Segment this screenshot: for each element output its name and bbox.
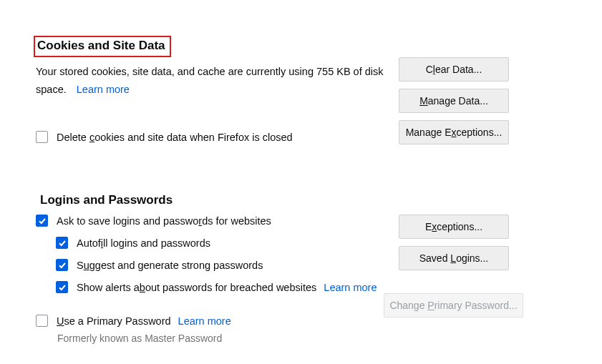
cookies-learn-more-link[interactable]: Learn more: [77, 84, 130, 95]
suggest-label: Suggest and generate strong passwords: [77, 260, 263, 271]
manage-data-button[interactable]: Manage Data...: [399, 89, 509, 113]
primary-password-checkbox[interactable]: [36, 315, 48, 327]
delete-on-close-checkbox[interactable]: [36, 131, 48, 143]
saved-logins-button[interactable]: Saved Logins...: [399, 246, 509, 270]
autofill-label: Autofill logins and passwords: [77, 237, 210, 249]
alerts-checkbox[interactable]: [56, 281, 68, 293]
manage-exceptions-button[interactable]: Manage Exceptions...: [399, 120, 509, 144]
cookies-site-data-section: Clear Data... Manage Data... Manage Exce…: [36, 36, 566, 143]
logins-passwords-section: Exceptions... Saved Logins... Change Pri…: [36, 193, 566, 344]
alerts-label: Show alerts about passwords for breached…: [77, 282, 316, 293]
autofill-checkbox[interactable]: [56, 237, 68, 249]
logins-exceptions-button[interactable]: Exceptions...: [399, 215, 509, 239]
cookies-usage-text: Your stored cookies, site data, and cach…: [36, 63, 394, 98]
alerts-learn-more-link[interactable]: Learn more: [324, 282, 377, 293]
primary-learn-more-link[interactable]: Learn more: [178, 315, 231, 327]
delete-on-close-label: Delete cookies and site data when Firefo…: [57, 132, 293, 143]
ask-save-checkbox[interactable]: [36, 215, 48, 227]
primary-password-label: Use a Primary Password: [57, 315, 171, 327]
clear-data-button[interactable]: Clear Data...: [399, 57, 509, 82]
suggest-checkbox[interactable]: [56, 259, 68, 271]
primary-password-note: Formerly known as Master Password: [57, 333, 566, 344]
change-primary-password-button: Change Primary Password...: [384, 293, 523, 318]
cookies-heading: Cookies and Site Data: [36, 36, 566, 57]
logins-heading: Logins and Passwords: [40, 193, 566, 207]
heading-highlight: Cookies and Site Data: [34, 36, 171, 57]
ask-save-label: Ask to save logins and passwords for web…: [57, 215, 271, 227]
